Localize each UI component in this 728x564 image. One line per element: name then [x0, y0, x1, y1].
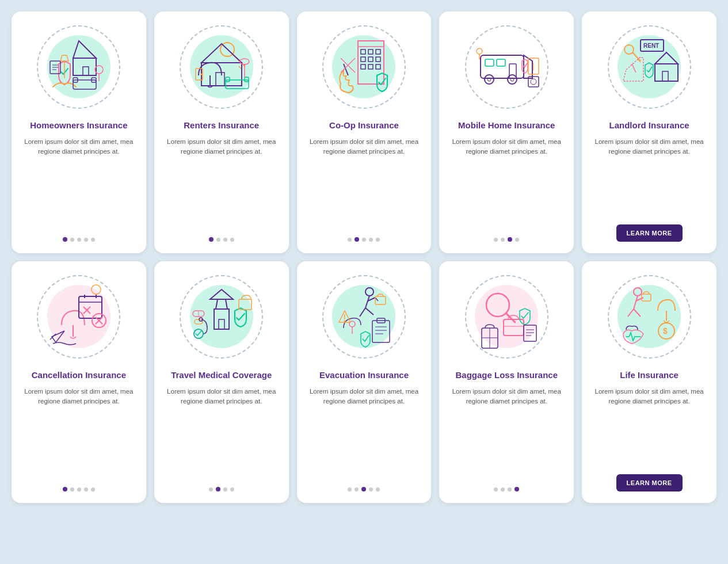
illustration-renters	[176, 21, 268, 113]
card-coop-title: Co-Op Insurance	[329, 120, 399, 131]
card-mobilehome-dots	[494, 237, 519, 242]
card-baggageloss-dots	[494, 487, 519, 491]
dot	[348, 238, 352, 242]
card-homeowners-body: Lorem ipsum dolor sit dim amet, mea regi…	[20, 137, 138, 230]
dot	[494, 238, 498, 242]
card-grid-row2: Cancellation Insurance Lorem ipsum dolor…	[12, 261, 716, 503]
svg-rect-3	[73, 80, 96, 89]
card-evacuation: Evacuation Insurance Lorem ipsum dolor s…	[297, 261, 432, 503]
svg-rect-34	[361, 57, 365, 62]
card-cancellation: Cancellation Insurance Lorem ipsum dolor…	[12, 261, 146, 503]
svg-point-120	[634, 288, 642, 296]
svg-rect-29	[358, 41, 384, 84]
svg-rect-35	[368, 57, 373, 62]
card-landlord-title: Landlord Insurance	[609, 120, 689, 131]
illustration-travelmedical	[176, 270, 268, 363]
svg-rect-84	[219, 319, 224, 329]
svg-rect-101	[372, 321, 390, 342]
card-life-body: Lorem ipsum dolor sit dim amet, mea regi…	[590, 387, 708, 467]
svg-text:RENT: RENT	[643, 43, 659, 49]
svg-rect-24	[245, 77, 249, 82]
svg-line-68	[632, 64, 636, 73]
svg-rect-32	[368, 49, 373, 54]
dot	[376, 487, 380, 491]
svg-point-26	[200, 74, 202, 75]
dot-active	[514, 487, 519, 491]
dot	[508, 487, 512, 491]
illustration-evacuation	[318, 270, 410, 363]
card-travelmedical-title: Travel Medical Coverage	[171, 369, 272, 381]
card-cancellation-body: Lorem ipsum dolor sit dim amet, mea regi…	[20, 387, 138, 479]
card-evacuation-body: Lorem ipsum dolor sit dim amet, mea regi…	[305, 387, 424, 479]
dot-active	[508, 237, 512, 242]
icon-homeowners	[41, 29, 116, 104]
svg-point-28	[240, 59, 249, 64]
dot	[376, 238, 380, 242]
card-life-title: Life Insurance	[620, 369, 679, 381]
dot	[348, 487, 352, 491]
svg-line-93	[365, 296, 369, 308]
illustration-baggageloss	[460, 270, 552, 363]
svg-marker-9	[60, 55, 68, 61]
svg-rect-66	[662, 71, 668, 81]
card-coop: Co-Op Insurance Lorem ipsum dolor sit di…	[297, 12, 432, 253]
card-mobilehome-title: Mobile Home Insurance	[458, 120, 555, 131]
card-coop-body: Lorem ipsum dolor sit dim amet, mea regi…	[305, 137, 424, 230]
illustration-homeowners	[33, 21, 125, 113]
svg-text:$: $	[663, 326, 668, 336]
dot	[70, 238, 74, 242]
dot	[369, 238, 373, 242]
svg-point-55	[531, 79, 536, 85]
card-landlord-body: Lorem ipsum dolor sit dim amet, mea regi…	[590, 137, 708, 217]
dot	[91, 487, 95, 491]
svg-point-80	[92, 285, 101, 294]
dot-active	[63, 237, 67, 242]
card-homeowners: Homeowners Insurance Lorem ipsum dolor s…	[12, 12, 146, 253]
dot-active	[63, 487, 67, 491]
svg-line-110	[506, 314, 515, 322]
svg-rect-87	[195, 319, 203, 324]
card-evacuation-title: Evacuation Insurance	[319, 369, 409, 381]
card-baggageloss: Baggage Loss Insurance Lorem ipsum dolor…	[439, 261, 574, 503]
dot-active	[209, 237, 214, 242]
learn-more-button-landlord[interactable]: LEARN MORE	[616, 224, 683, 242]
dot-active	[216, 487, 220, 491]
icon-evacuation	[326, 279, 401, 354]
dot	[501, 238, 505, 242]
svg-rect-45	[485, 59, 494, 66]
illustration-life: $	[603, 270, 695, 363]
dot	[84, 487, 88, 491]
svg-line-94	[360, 308, 365, 317]
learn-more-button-life[interactable]: LEARN MORE	[616, 474, 683, 491]
svg-rect-98	[375, 296, 386, 304]
svg-rect-33	[376, 49, 380, 54]
dot	[84, 238, 88, 242]
svg-marker-0	[73, 41, 96, 58]
card-homeowners-dots	[63, 237, 95, 242]
svg-line-121	[634, 296, 638, 309]
svg-marker-82	[216, 299, 227, 309]
dot	[223, 238, 227, 242]
card-baggageloss-title: Baggage Loss Insurance	[456, 369, 558, 381]
svg-line-61	[632, 52, 641, 61]
card-renters: Renters Insurance Lorem ipsum dolor sit …	[154, 12, 289, 253]
card-travelmedical-dots	[209, 487, 234, 491]
dot	[355, 487, 359, 491]
svg-point-92	[365, 288, 373, 296]
icon-landlord: RENT	[612, 29, 687, 104]
card-evacuation-dots	[348, 487, 380, 491]
dot	[77, 487, 81, 491]
illustration-landlord: RENT	[603, 21, 695, 113]
svg-rect-23	[226, 77, 230, 82]
card-homeowners-title: Homeowners Insurance	[30, 120, 127, 131]
dot	[70, 487, 74, 491]
svg-marker-81	[210, 289, 233, 299]
card-life: $ Life Insurance Lorem ipsum dolor sit d…	[582, 261, 716, 503]
svg-rect-30	[358, 41, 384, 47]
dot	[230, 238, 234, 242]
card-landlord: RENT Landlord Insurance Lorem ipsum dolo…	[582, 12, 716, 253]
dot	[501, 487, 505, 491]
dot	[91, 238, 95, 242]
svg-line-122	[628, 309, 634, 317]
dot	[230, 487, 234, 491]
